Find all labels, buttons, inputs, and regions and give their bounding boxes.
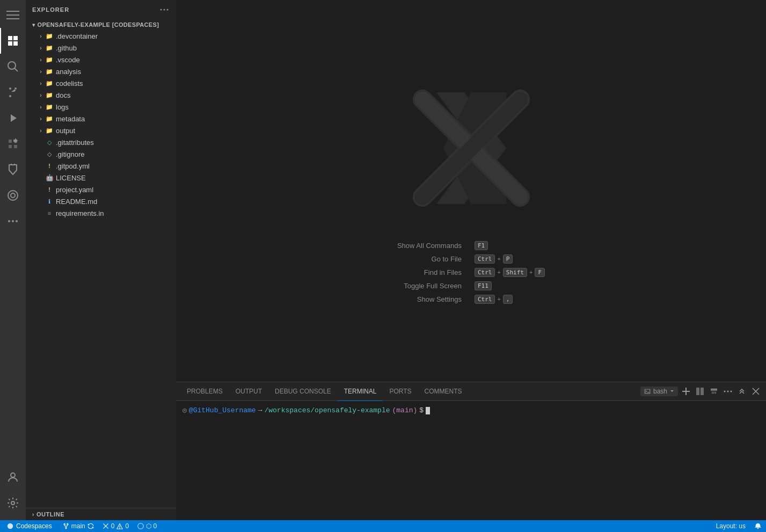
- warning-count: 0: [125, 522, 129, 530]
- tree-item-license[interactable]: › 🤖 LICENSE: [26, 172, 176, 184]
- branch-icon: [63, 523, 69, 529]
- tab-comments[interactable]: COMMENTS: [418, 382, 469, 401]
- explorer-icon[interactable]: [0, 28, 26, 54]
- toggle-fullscreen-keys: F11: [475, 281, 545, 290]
- show-all-commands-label: Show All Commands: [397, 242, 462, 250]
- extensions-icon[interactable]: [0, 131, 26, 157]
- error-count: 0: [111, 522, 115, 530]
- settings-icon[interactable]: [0, 490, 26, 516]
- tree-item-logs[interactable]: › 📁 logs: [26, 101, 176, 113]
- tab-problems[interactable]: PROBLEMS: [180, 382, 229, 401]
- terminal-shell-selector[interactable]: bash: [640, 387, 678, 396]
- toggle-fullscreen-label: Toggle Full Screen: [397, 282, 462, 290]
- outline-section-header[interactable]: › OUTLINE: [26, 508, 176, 520]
- svg-point-14: [167, 9, 169, 11]
- go-to-file-keys: Ctrl + P: [475, 254, 545, 264]
- warning-icon: [116, 523, 123, 529]
- status-right: Layout: us: [712, 520, 766, 532]
- search-icon[interactable]: [0, 54, 26, 79]
- svg-rect-16: [701, 388, 704, 395]
- tree-item-devcontainer[interactable]: › 📁 .devcontainer: [26, 30, 176, 42]
- status-branch[interactable]: main: [59, 520, 98, 532]
- account-icon[interactable]: [0, 464, 26, 490]
- find-in-files-keys: Ctrl + Shift + F: [475, 268, 545, 277]
- remote-explorer-icon[interactable]: [0, 183, 26, 208]
- svg-point-10: [11, 473, 15, 477]
- tree-item-codelists[interactable]: › 📁 codelists: [26, 77, 176, 89]
- terminal-content[interactable]: ◎ @GitHub_Username → /workspaces/opensaf…: [176, 401, 766, 532]
- status-left: Codespaces main 0 0 ⬡ 0: [0, 520, 161, 532]
- svg-rect-0: [6, 11, 19, 12]
- maximize-panel-button[interactable]: [736, 385, 748, 397]
- tab-terminal[interactable]: TERMINAL: [338, 382, 383, 401]
- test-icon[interactable]: [0, 157, 26, 183]
- requirements-icon: ≡: [45, 209, 54, 217]
- project-yaml-icon: !: [45, 185, 54, 194]
- tree-item-github[interactable]: › 📁 .github: [26, 42, 176, 54]
- find-in-files-label: Find in Files: [397, 268, 462, 276]
- more-terminal-options[interactable]: [722, 385, 734, 397]
- run-debug-icon[interactable]: [0, 105, 26, 131]
- show-settings-label: Show Settings: [397, 295, 462, 303]
- go-to-file-label: Go to File: [397, 255, 462, 263]
- status-ports[interactable]: ⬡ 0: [133, 520, 161, 532]
- status-layout[interactable]: Layout: us: [712, 520, 750, 532]
- term-cursor: [426, 407, 430, 414]
- terminal-panel: PROBLEMS OUTPUT DEBUG CONSOLE TERMINAL P…: [176, 382, 766, 532]
- menu-icon[interactable]: [0, 2, 26, 28]
- git-file-icon: ◇: [45, 138, 54, 147]
- folder-icon: 📁: [45, 126, 54, 135]
- terminal-icon: [644, 388, 651, 395]
- svg-rect-2: [6, 18, 19, 19]
- folder-icon: 📁: [45, 55, 54, 64]
- add-terminal-button[interactable]: [680, 385, 692, 397]
- notifications-icon: [754, 522, 762, 530]
- tree-item-gitattributes[interactable]: › ◇ .gitattributes: [26, 136, 176, 148]
- status-notifications[interactable]: [750, 520, 766, 532]
- source-control-icon[interactable]: [0, 79, 26, 105]
- folder-icon: 📁: [45, 79, 54, 88]
- tree-item-requirements[interactable]: › ≡ requirements.in: [26, 207, 176, 219]
- close-panel-button[interactable]: [750, 385, 762, 397]
- sidebar-more-icon[interactable]: [159, 4, 170, 15]
- folder-icon: 📁: [45, 91, 54, 99]
- tree-item-vscode[interactable]: › 📁 .vscode: [26, 54, 176, 65]
- svg-point-18: [727, 391, 729, 392]
- explorer-root-chevron: ▾: [32, 22, 35, 28]
- term-circle: ◎: [183, 405, 187, 416]
- editor-area: Show All Commands F1 Go to File Ctrl + P…: [176, 0, 766, 532]
- activity-bar: [0, 0, 26, 520]
- error-icon: [103, 523, 109, 529]
- explorer-root[interactable]: ▾ OPENSAFELY-EXAMPLE [CODESPACES]: [26, 19, 176, 30]
- panel-actions: bash: [640, 385, 762, 397]
- tree-item-analysis[interactable]: › 📁 analysis: [26, 65, 176, 77]
- file-tree: › 📁 .devcontainer › 📁 .github › 📁 .vscod…: [26, 30, 176, 508]
- tree-item-output[interactable]: › 📁 output: [26, 125, 176, 136]
- terminal-prompt: ◎ @GitHub_Username → /workspaces/opensaf…: [183, 405, 760, 416]
- tree-item-metadata[interactable]: › 📁 metadata: [26, 113, 176, 125]
- term-dollar: $: [419, 405, 424, 416]
- tree-item-readme[interactable]: › ℹ README.md: [26, 195, 176, 207]
- sync-icon: [87, 523, 94, 529]
- tree-item-project-yaml[interactable]: › ! project.yaml: [26, 184, 176, 195]
- status-codespaces[interactable]: Codespaces: [0, 520, 59, 532]
- tab-output[interactable]: OUTPUT: [229, 382, 268, 401]
- split-terminal-button[interactable]: [694, 385, 706, 397]
- folder-icon: 📁: [45, 114, 54, 123]
- folder-icon: 📁: [45, 103, 54, 111]
- tab-debug-console[interactable]: DEBUG CONSOLE: [268, 382, 338, 401]
- svg-point-11: [11, 501, 14, 505]
- tree-item-docs[interactable]: › 📁 docs: [26, 89, 176, 101]
- show-settings-keys: Ctrl + ,: [475, 295, 545, 304]
- svg-line-4: [14, 68, 18, 71]
- tab-ports[interactable]: PORTS: [383, 382, 418, 401]
- ports-label: ⬡ 0: [146, 522, 157, 530]
- term-arrow: →: [258, 405, 262, 416]
- command-shortcuts: Show All Commands F1 Go to File Ctrl + P…: [397, 241, 545, 304]
- tree-item-gitignore[interactable]: › ◇ .gitignore: [26, 148, 176, 160]
- tree-item-gitpod-yml[interactable]: › ! .gitpod.yml: [26, 160, 176, 172]
- status-errors[interactable]: 0 0: [98, 520, 133, 532]
- svg-rect-15: [696, 388, 699, 395]
- kill-terminal-button[interactable]: [708, 385, 720, 397]
- more-activity-icon[interactable]: [0, 208, 26, 234]
